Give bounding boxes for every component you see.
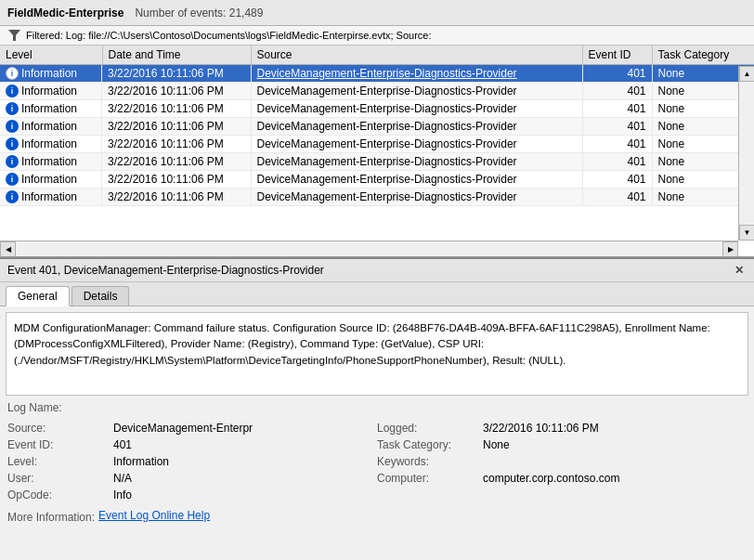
props-grid: Source: DeviceManagement-Enterpr Event I… [7,420,747,503]
eventid-cell: 401 [582,171,652,189]
level-cell: iInformation [0,83,102,99]
level-cell: iInformation [0,136,102,152]
table-row[interactable]: iInformation3/22/2016 10:11:06 PMDeviceM… [0,100,754,118]
props-col-left: Source: DeviceManagement-Enterpr Event I… [7,420,377,503]
event-table: Level Date and Time Source Event ID Task… [0,46,754,206]
tabs-bar: General Details [0,282,754,306]
source-cell: DeviceManagement-Enterprise-Diagnostics-… [251,171,582,189]
eventid-cell: 401 [582,118,652,136]
info-icon: i [6,120,19,133]
source-value: DeviceManagement-Enterpr [110,420,377,436]
datetime-cell: 3/22/2016 10:11:06 PM [102,65,251,83]
eventid-cell: 401 [582,153,652,171]
table-row[interactable]: iInformation3/22/2016 10:11:06 PMDeviceM… [0,153,754,171]
source-label: Source: [7,420,110,436]
info-icon: i [6,155,19,168]
horizontal-scrollbar[interactable]: ◀ ▶ [0,241,738,256]
col-header-taskcategory[interactable]: Task Category [652,46,754,65]
props-col-right: Logged: 3/22/2016 10:11:06 PM Task Categ… [377,420,747,503]
table-row[interactable]: iInformation3/22/2016 10:11:06 PMDeviceM… [0,65,754,83]
datetime-cell: 3/22/2016 10:11:06 PM [102,118,251,136]
eventid-label: Event ID: [7,436,110,453]
computer-value: computer.corp.contoso.com [479,470,747,487]
eventid-cell: 401 [582,136,652,153]
col-header-source[interactable]: Source [251,46,582,65]
level-value: Information [110,453,377,470]
table-header-row: Level Date and Time Source Event ID Task… [0,46,754,65]
keywords-label: Keywords: [377,453,479,470]
opcode-value: Info [110,487,377,503]
more-info-label: More Information: [7,509,95,526]
info-icon: i [6,102,19,115]
event-list-pane: Level Date and Time Source Event ID Task… [0,46,754,257]
opcode-label: OpCode: [7,487,110,503]
source-cell: DeviceManagement-Enterprise-Diagnostics-… [251,100,582,118]
keywords-value [479,453,747,470]
vertical-scrollbar[interactable]: ▲ ▼ [738,66,754,241]
tab-general[interactable]: General [6,286,70,306]
taskcategory-label: Task Category: [377,436,479,453]
scroll-right-btn[interactable]: ▶ [722,241,738,257]
datetime-cell: 3/22/2016 10:11:06 PM [102,171,251,189]
info-icon: i [6,137,19,150]
bottom-panel-title: Event 401, DeviceManagement-Enterprise-D… [7,264,324,277]
table-row[interactable]: iInformation3/22/2016 10:11:06 PMDeviceM… [0,83,754,100]
scroll-track-h[interactable] [16,241,722,256]
datetime-cell: 3/22/2016 10:11:06 PM [102,136,251,153]
filter-icon [7,29,20,42]
info-icon: i [6,67,19,80]
eventid-cell: 401 [582,83,652,100]
event-count: Number of events: 21,489 [135,7,263,20]
info-icon: i [6,173,19,186]
logged-label: Logged: [377,420,479,436]
bottom-panel: Event 401, DeviceManagement-Enterprise-D… [0,257,754,560]
datetime-cell: 3/22/2016 10:11:06 PM [102,153,251,171]
eventid-cell: 401 [582,65,652,83]
more-info-row: More Information: Event Log Online Help [7,509,747,526]
event-log-online-help-link[interactable]: Event Log Online Help [98,509,210,526]
datetime-cell: 3/22/2016 10:11:06 PM [102,83,251,100]
table-row[interactable]: iInformation3/22/2016 10:11:06 PMDeviceM… [0,136,754,153]
table-row[interactable]: iInformation3/22/2016 10:11:06 PMDeviceM… [0,118,754,136]
svg-marker-0 [8,30,20,41]
col-header-eventid[interactable]: Event ID [582,46,652,65]
datetime-cell: 3/22/2016 10:11:06 PM [102,189,251,206]
table-row[interactable]: iInformation3/22/2016 10:11:06 PMDeviceM… [0,189,754,206]
filter-text: Filtered: Log: file://C:\Users\Contoso\D… [26,30,432,41]
col-header-level[interactable]: Level [0,46,102,65]
close-panel-button[interactable]: ✕ [732,263,747,278]
logged-value: 3/22/2016 10:11:06 PM [479,420,747,436]
source-cell: DeviceManagement-Enterprise-Diagnostics-… [251,153,582,171]
log-name-row: Log Name: [7,401,747,414]
level-cell: iInformation [0,65,102,82]
scroll-left-btn[interactable]: ◀ [0,241,16,257]
title-bar: FieldMedic-Enterprise Number of events: … [0,0,754,26]
level-label: Level: [7,453,110,470]
source-cell: DeviceManagement-Enterprise-Diagnostics-… [251,65,582,83]
level-cell: iInformation [0,118,102,135]
app-name: FieldMedic-Enterprise [7,7,124,20]
level-cell: iInformation [0,153,102,170]
info-icon: i [6,190,19,203]
source-cell: DeviceManagement-Enterprise-Diagnostics-… [251,136,582,153]
user-label: User: [7,470,110,487]
scroll-down-btn[interactable]: ▼ [739,225,754,241]
filter-bar: Filtered: Log: file://C:\Users\Contoso\D… [0,26,754,46]
event-description: MDM ConfigurationManager: Command failur… [6,312,748,396]
source-cell: DeviceManagement-Enterprise-Diagnostics-… [251,118,582,136]
bottom-panel-header: Event 401, DeviceManagement-Enterprise-D… [0,259,754,282]
level-cell: iInformation [0,100,102,117]
table-row[interactable]: iInformation3/22/2016 10:11:06 PMDeviceM… [0,171,754,189]
info-icon: i [6,85,19,98]
level-cell: iInformation [0,171,102,188]
scroll-track-v[interactable] [739,82,754,225]
eventid-value: 401 [110,436,377,453]
col-header-datetime[interactable]: Date and Time [102,46,251,65]
scroll-up-btn[interactable]: ▲ [739,66,754,82]
taskcategory-value: None [479,436,747,453]
datetime-cell: 3/22/2016 10:11:06 PM [102,100,251,118]
computer-label: Computer: [377,470,479,487]
source-cell: DeviceManagement-Enterprise-Diagnostics-… [251,83,582,100]
log-name-label: Log Name: [7,401,62,414]
tab-details[interactable]: Details [72,286,130,306]
